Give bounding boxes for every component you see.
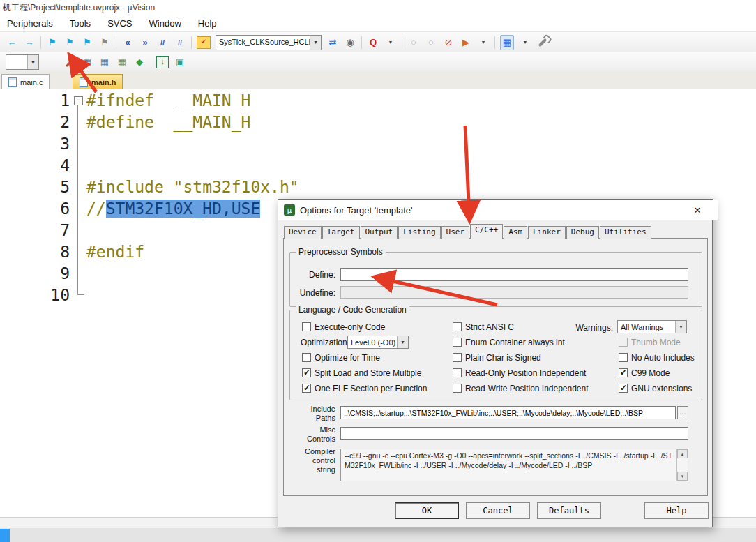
compiler-string-scrollbar[interactable]: ▲ ▼ bbox=[676, 449, 688, 481]
window-layout-icon[interactable]: ▦ bbox=[500, 35, 514, 50]
tab-linker[interactable]: Linker bbox=[528, 226, 566, 239]
help-button[interactable]: Help bbox=[644, 502, 709, 519]
trace-chevron-icon[interactable]: ▼ bbox=[477, 36, 490, 50]
tab-output[interactable]: Output bbox=[361, 226, 398, 239]
editor-line[interactable]: 2 #define __MAIN_H bbox=[0, 111, 756, 133]
status-bar bbox=[0, 528, 756, 542]
editor-line[interactable]: 3 bbox=[0, 133, 756, 154]
unindent-icon[interactable]: « bbox=[121, 36, 134, 50]
line-number[interactable]: 3 bbox=[0, 135, 70, 153]
stopwatch-icon[interactable]: ◉ bbox=[344, 36, 356, 50]
layout-chevron-icon[interactable]: ▼ bbox=[519, 36, 531, 50]
breakpoint-toggle-icon[interactable]: ○ bbox=[407, 36, 420, 50]
configure-flash-icon[interactable]: ✔ bbox=[197, 36, 211, 49]
define-input[interactable] bbox=[340, 268, 688, 281]
tab-asm[interactable]: Asm bbox=[504, 226, 527, 239]
checkbox-gnu-extensions[interactable]: GNU extensions bbox=[619, 383, 692, 393]
line-number[interactable]: 1 bbox=[0, 91, 70, 110]
include-paths-input[interactable] bbox=[340, 406, 676, 419]
checkbox-read-only-position-independent[interactable]: Read-Only Position Independent bbox=[453, 368, 586, 378]
indent-icon[interactable]: » bbox=[139, 36, 151, 50]
bookmark-toggle-icon[interactable]: ⚑ bbox=[46, 36, 59, 50]
line-number[interactable]: 5 bbox=[0, 178, 70, 196]
editor-line[interactable]: 1 #ifndef __MAIN_H bbox=[0, 89, 756, 111]
navigate-back-icon[interactable]: ← bbox=[6, 36, 18, 50]
quick-find-icon[interactable]: Q bbox=[367, 36, 379, 50]
checkbox-box bbox=[453, 368, 462, 377]
menu-tools[interactable]: Tools bbox=[70, 18, 91, 29]
menu-peripherals[interactable]: Peripherals bbox=[7, 18, 53, 29]
checkbox-c99-mode[interactable]: C99 Mode bbox=[619, 368, 670, 378]
chevron-down-icon[interactable]: ▼ bbox=[675, 321, 686, 333]
wrench-icon[interactable] bbox=[536, 36, 549, 50]
include-paths-browse-button[interactable]: ... bbox=[677, 406, 688, 419]
find-in-files-icon[interactable]: ⇄ bbox=[326, 36, 339, 50]
breakpoint-kill-icon[interactable]: ⊘ bbox=[442, 36, 455, 50]
checkbox-execute-only-code[interactable]: Execute-only Code bbox=[302, 322, 385, 332]
tab-device[interactable]: Device bbox=[284, 226, 322, 239]
tab-main-c[interactable]: main.c bbox=[1, 74, 50, 90]
tab-main-h[interactable]: main.h bbox=[73, 74, 123, 90]
uncomment-selection-icon[interactable]: // bbox=[174, 36, 186, 50]
erase-flash-icon[interactable]: ▣ bbox=[174, 55, 186, 69]
line-number[interactable]: 10 bbox=[0, 286, 70, 304]
tab-target[interactable]: Target bbox=[322, 226, 360, 239]
tab-listing[interactable]: Listing bbox=[398, 226, 440, 239]
menu-window[interactable]: Window bbox=[149, 18, 181, 29]
download-flash-icon[interactable]: ↓ bbox=[156, 56, 169, 68]
line-number[interactable]: 9 bbox=[0, 264, 70, 283]
checkbox-plain-char-signed[interactable]: Plain Char is Signed bbox=[453, 352, 541, 363]
systick-combo[interactable]: SysTick_CLKSource_HCLK ▼ bbox=[216, 35, 322, 50]
editor-line[interactable]: 5 #include "stm32f10x.h" bbox=[0, 176, 756, 197]
line-number[interactable]: 8 bbox=[0, 243, 70, 261]
quick-find-chevron-icon[interactable]: ▼ bbox=[384, 36, 397, 50]
breakpoint-enable-icon[interactable]: ○ bbox=[425, 36, 437, 50]
tab-user[interactable]: User bbox=[441, 226, 470, 239]
bookmark-next-icon[interactable]: ⚑ bbox=[81, 36, 93, 50]
close-icon[interactable]: ✕ bbox=[683, 200, 712, 220]
navigate-forward-icon[interactable]: → bbox=[23, 36, 36, 50]
checkbox-strict-ansi-c[interactable]: Strict ANSI C bbox=[453, 322, 514, 332]
target-select-combo[interactable]: ▼ bbox=[6, 54, 39, 70]
chevron-down-icon[interactable]: ▼ bbox=[27, 55, 38, 69]
batch-build-icon[interactable]: ◆ bbox=[133, 55, 146, 69]
options-for-target-icon[interactable] bbox=[63, 55, 76, 69]
cancel-button[interactable]: Cancel bbox=[466, 502, 530, 519]
misc-controls-input[interactable] bbox=[340, 427, 688, 440]
dialog-title-bar[interactable]: µ Options for Target 'template' bbox=[278, 200, 718, 220]
warnings-label: Warnings: bbox=[566, 323, 613, 333]
translate-file-icon[interactable]: ▦ bbox=[81, 55, 93, 69]
tab-c-cpp[interactable]: C/C++ bbox=[470, 224, 503, 239]
tab-utilities[interactable]: Utilities bbox=[600, 226, 651, 239]
checkbox-no-auto-includes[interactable]: No Auto Includes bbox=[619, 352, 695, 363]
line-number[interactable]: 7 bbox=[0, 221, 70, 239]
checkbox-enum-container-int[interactable]: Enum Container always int bbox=[453, 337, 565, 347]
checkbox-split-load-store[interactable]: Split Load and Store Multiple bbox=[302, 368, 421, 378]
line-number[interactable]: 2 bbox=[0, 113, 70, 131]
ok-button[interactable]: OK bbox=[395, 502, 459, 519]
checkbox-optimize-for-time[interactable]: Optimize for Time bbox=[302, 352, 380, 363]
scroll-down-icon[interactable]: ▼ bbox=[677, 472, 688, 481]
tab-label: main.c bbox=[20, 78, 43, 86]
comment-selection-icon[interactable]: // bbox=[156, 36, 169, 50]
chevron-down-icon[interactable]: ▼ bbox=[397, 336, 408, 348]
scroll-up-icon[interactable]: ▲ bbox=[677, 449, 688, 458]
checkbox-read-write-position-independent[interactable]: Read-Write Position Independent bbox=[453, 383, 589, 393]
rebuild-icon[interactable]: ▦ bbox=[116, 55, 128, 69]
menu-help[interactable]: Help bbox=[198, 18, 217, 29]
optimization-select[interactable]: Level 0 (-O0) ▼ bbox=[347, 336, 409, 349]
trace-icon[interactable]: ▶ bbox=[460, 36, 472, 50]
build-icon[interactable]: ▦ bbox=[98, 55, 111, 69]
checkbox-one-elf-section[interactable]: One ELF Section per Function bbox=[302, 383, 427, 393]
warnings-select[interactable]: All Warnings ▼ bbox=[617, 320, 687, 333]
tab-debug[interactable]: Debug bbox=[566, 226, 599, 239]
menu-svcs[interactable]: SVCS bbox=[107, 18, 132, 29]
line-number[interactable]: 6 bbox=[0, 200, 70, 218]
checkbox-box bbox=[619, 368, 628, 377]
line-number[interactable]: 4 bbox=[0, 156, 70, 174]
chevron-down-icon[interactable]: ▼ bbox=[310, 36, 321, 50]
bookmark-prev-icon[interactable]: ⚑ bbox=[63, 36, 76, 50]
defaults-button[interactable]: Defaults bbox=[537, 502, 601, 519]
bookmark-clear-icon[interactable]: ⚑ bbox=[98, 36, 111, 50]
editor-line[interactable]: 4 bbox=[0, 154, 756, 176]
